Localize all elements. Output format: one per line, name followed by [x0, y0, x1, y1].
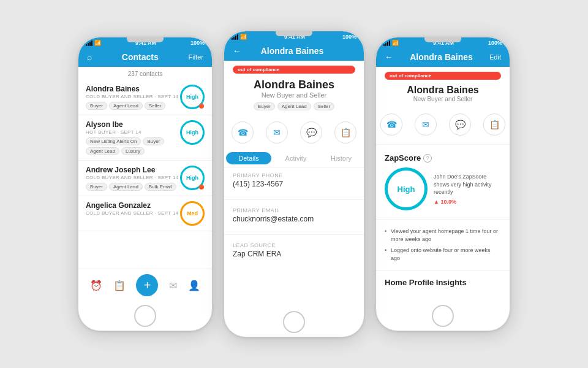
back-icon-right[interactable]: ← [385, 52, 393, 62]
header-left: ⌕ Contacts Filter [78, 47, 212, 67]
contact-item-alyson[interactable]: Alyson Ibe HOT BUYER · SEPT 14 New Listi… [78, 115, 212, 161]
search-icon-left[interactable]: ⌕ [87, 52, 92, 62]
zapscore-text: John Doe's ZapScore shows very high acti… [434, 173, 501, 205]
phone-center: 📶 9:41 AM 100% ← Alondra Baines out of c… [224, 31, 364, 337]
phone-home-button-center[interactable] [283, 311, 305, 333]
nav-contacts-icon[interactable]: 📋 [113, 280, 126, 291]
phone-content-left: 237 contacts Alondra Baines COLD BUYER A… [78, 67, 212, 301]
tags-alondra: Buyer Agent Lead Seller [86, 102, 180, 110]
center-tag-seller: Seller [314, 102, 334, 110]
edit-button-right[interactable]: Edit [489, 53, 501, 61]
contact-info-angelica: Angelica Gonzalez COLD BUYER AND SELLER … [86, 201, 180, 218]
more-action-icon-right[interactable]: 📋 [483, 113, 505, 136]
tab-history[interactable]: History [318, 150, 364, 167]
compliance-badge-right: out of compliance [385, 72, 501, 80]
zapscore-change: ▲ 10.0% [434, 199, 501, 205]
phone-notch-center [276, 31, 312, 36]
tag-buyer-3: Buyer [86, 183, 107, 191]
contact-sub-angelica: COLD BUYER AND SELLER · SEPT 14 [86, 210, 180, 216]
status-right-center: 100% [342, 34, 356, 40]
zapscore-content: High John Doe's ZapScore shows very high… [385, 167, 501, 210]
center-tag-agentlead: Agent Lead [277, 102, 311, 110]
header-title-right: Alondra Baines [393, 52, 489, 62]
source-label: Lead Source [233, 242, 355, 248]
header-title-center: Alondra Baines [241, 46, 343, 56]
zapscore-header: ZapScore ? [385, 153, 501, 163]
message-action-icon-right[interactable]: 💬 [449, 113, 471, 136]
contacts-count: 237 contacts [78, 67, 212, 80]
nav-add-button[interactable]: + [136, 274, 158, 296]
home-profile-section: Home Profile Insights [376, 273, 510, 296]
phone-left: 📶 9:41 AM 100% ⌕ Contacts Filter 237 con… [78, 37, 213, 331]
contact-sub-alondra: COLD BUYER AND SELLER · SEPT 14 [86, 94, 180, 99]
contact-name-angelica: Angelica Gonzalez [86, 201, 180, 210]
activity-list: Viewed your agent homepage 1 time four o… [376, 222, 510, 267]
phone-action-icon-right[interactable]: ☎ [380, 113, 402, 136]
wifi-icon-right: 📶 [392, 40, 399, 46]
contact-name-alondra: Alondra Baines [86, 85, 180, 93]
message-action-icon[interactable]: 💬 [300, 121, 322, 144]
center-contact-header: Alondra Baines New Buyer and Seller Buye… [224, 76, 364, 115]
battery-left: 100% [190, 40, 205, 46]
score-dot-alondra [199, 104, 204, 109]
contact-item-andrew[interactable]: Andrew Joseph Lee COLD BUYER AND SELLER … [78, 161, 212, 196]
tag-agentlead-2: Agent Lead [86, 147, 119, 155]
phone-label: Primary Phone [233, 172, 355, 178]
back-icon-center[interactable]: ← [233, 46, 241, 56]
signal-bars-right [383, 40, 390, 46]
status-left-center: 📶 [232, 34, 247, 40]
status-left-right: 📶 [383, 40, 399, 46]
activity-item-2: Logged onto website four or more weeks a… [385, 245, 501, 264]
header-title-left: Contacts [92, 52, 189, 62]
phone-value: (415) 123-4567 [233, 180, 355, 188]
right-contact-header: Alondra Baines New Buyer and Seller [376, 82, 510, 107]
action-icons-center: ☎ ✉ 💬 📋 [224, 115, 364, 150]
filter-button-left[interactable]: Filter [189, 53, 203, 61]
signal-bars-left [86, 40, 92, 46]
center-tag-buyer: Buyer [254, 102, 275, 110]
header-right: ← Alondra Baines Edit [376, 47, 510, 67]
zapscore-section: ZapScore ? High John Doe's ZapScore show… [376, 147, 510, 217]
more-action-icon[interactable]: 📋 [334, 121, 356, 144]
source-value: Zap CRM ERA [233, 250, 355, 258]
zapscore-title: ZapScore [385, 153, 421, 163]
contact-item-alondra[interactable]: Alondra Baines COLD BUYER AND SELLER · S… [78, 80, 212, 115]
detail-section-email: Primary Email chucknorris@estate.com [224, 202, 364, 232]
tab-activity[interactable]: Activity [273, 150, 318, 167]
tag-agentlead-1: Agent Lead [109, 102, 143, 110]
header-center: ← Alondra Baines [224, 41, 364, 61]
nav-mail-icon[interactable]: ✉ [169, 280, 177, 291]
phone-home-button-right[interactable] [432, 305, 454, 327]
email-action-icon[interactable]: ✉ [266, 121, 288, 144]
phone-home-button-left[interactable] [134, 305, 156, 327]
tag-luxury-2: Luxury [121, 147, 145, 155]
nav-clock-icon[interactable]: ⏰ [90, 280, 102, 291]
compliance-badge-center: out of compliance [233, 66, 355, 74]
nav-profile-icon[interactable]: 👤 [188, 280, 200, 291]
bottom-nav-left: ⏰ 📋 + ✉ 👤 [78, 269, 212, 301]
center-tags: Buyer Agent Lead Seller [233, 102, 355, 110]
divider-right-3 [376, 270, 510, 270]
center-contact-name: Alondra Baines [233, 79, 355, 91]
tag-bulkemail-3: Bulk Email [145, 183, 176, 191]
contact-info-andrew: Andrew Joseph Lee COLD BUYER AND SELLER … [86, 166, 180, 191]
divider-1 [224, 199, 364, 200]
right-contact-name: Alondra Baines [385, 85, 501, 96]
tab-details[interactable]: Details [226, 152, 271, 164]
status-right-left: 100% [190, 40, 205, 46]
battery-right: 100% [488, 40, 502, 46]
tag-buyer-1: Buyer [86, 102, 107, 110]
score-dot-andrew [199, 185, 204, 190]
tag-seller-1: Seller [145, 102, 165, 110]
contact-item-angelica[interactable]: Angelica Gonzalez COLD BUYER AND SELLER … [78, 196, 212, 231]
score-circle-alondra: High [180, 85, 205, 109]
divider-right-1 [376, 144, 510, 145]
tags-andrew: Buyer Agent Lead Bulk Email [86, 183, 180, 191]
phone-action-icon[interactable]: ☎ [232, 121, 254, 144]
email-action-icon-right[interactable]: ✉ [415, 113, 437, 136]
zapscore-help-icon[interactable]: ? [423, 154, 432, 163]
score-circle-andrew: High [180, 166, 205, 190]
activity-item-1: Viewed your agent homepage 1 time four o… [385, 226, 501, 245]
divider-right-2 [376, 219, 510, 220]
contact-name-alyson: Alyson Ibe [86, 120, 180, 129]
